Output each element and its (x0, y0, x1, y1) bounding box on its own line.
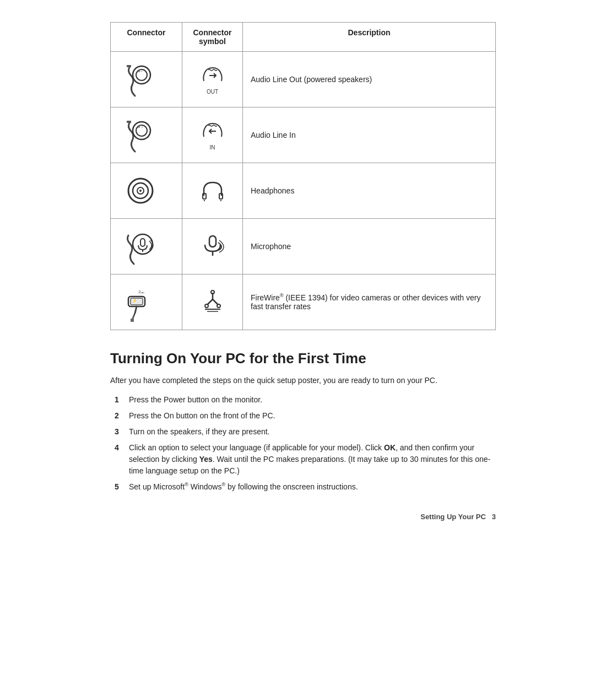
svg-point-34 (205, 304, 208, 308)
step-text-4: Click an option to select your language … (129, 442, 496, 477)
list-item: 5 Set up Microsoft® Windows® by followin… (115, 481, 496, 493)
connector-cell-headphones (111, 163, 182, 219)
footer-text: Setting Up Your PC (420, 513, 486, 521)
list-item: 1 Press the Power button on the monitor. (115, 394, 496, 406)
footer: Setting Up Your PC 3 (110, 513, 496, 521)
section-title: Turning On Your PC for the First Time (110, 350, 496, 367)
microphone-connector-icon (118, 224, 163, 268)
svg-text:≡←: ≡← (138, 69, 144, 73)
step-num-1: 1 (115, 394, 126, 406)
svg-line-32 (213, 299, 218, 305)
turning-on-section: Turning On Your PC for the First Time Af… (110, 350, 496, 493)
svg-rect-8 (127, 121, 131, 123)
desc-cell-headphones: Headphones (243, 163, 496, 219)
col-header-desc: Description (243, 23, 496, 52)
connector-cell-out: ≡← (111, 52, 182, 107)
section-intro: After you have completed the steps on th… (110, 375, 496, 386)
svg-text:≡→: ≡→ (138, 125, 144, 129)
svg-rect-3 (127, 65, 131, 67)
page-number: 3 (492, 513, 496, 521)
audio-in-connector-icon: ≡→ (118, 113, 163, 157)
step-num-3: 3 (115, 426, 126, 438)
step-num-5: 5 (115, 481, 126, 493)
svg-point-5 (133, 122, 150, 139)
table-row: ≡← (111, 52, 496, 107)
symbol-cell-firewire (182, 274, 243, 330)
table-row: ≡→ IN (111, 107, 496, 163)
step-text-2: Press the On button on the front of the … (129, 410, 496, 422)
audio-out-connector-icon: ≡← (118, 57, 163, 101)
connector-cell-microphone (111, 219, 182, 274)
symbol-cell-microphone (182, 219, 243, 274)
svg-point-33 (211, 290, 214, 294)
svg-point-13 (139, 190, 142, 192)
connector-table: Connector Connector symbol Description (110, 22, 496, 330)
list-item: 2 Press the On button on the front of th… (115, 410, 496, 422)
svg-rect-29 (131, 319, 134, 322)
svg-line-31 (207, 299, 213, 305)
symbol-cell-out: OUT (182, 52, 243, 107)
desc-cell-in: Audio Line In (243, 107, 496, 163)
audio-in-symbol-icon (202, 120, 224, 144)
symbol-cell-in: IN (182, 107, 243, 163)
firewire-connector-icon: ⚡ 2₍ₒ₎ (118, 280, 163, 324)
step-num-2: 2 (115, 410, 126, 422)
page-content: Connector Connector symbol Description (110, 22, 496, 521)
firewire-symbol-icon (202, 289, 224, 314)
svg-line-27 (135, 306, 137, 313)
step-text-1: Press the Power button on the monitor. (129, 394, 496, 406)
desc-cell-out: Audio Line Out (powered speakers) (243, 52, 496, 107)
table-row: Headphones (111, 163, 496, 219)
step-num-4: 4 (115, 442, 126, 454)
col-header-symbol: Connector symbol (182, 23, 243, 52)
table-row: Microphone (111, 219, 496, 274)
in-label: IN (210, 144, 215, 150)
symbol-cell-headphones (182, 163, 243, 219)
step-text-3: Turn on the speakers, if they are presen… (129, 426, 496, 438)
svg-point-35 (217, 304, 220, 308)
svg-text:2₍ₒ₎: 2₍ₒ₎ (138, 289, 144, 294)
desc-cell-firewire: FireWire® (IEEE 1394) for video cameras … (243, 274, 496, 330)
audio-out-symbol-icon (202, 64, 224, 89)
table-row: ⚡ 2₍ₒ₎ (111, 274, 496, 330)
svg-rect-21 (209, 236, 216, 247)
svg-rect-19 (140, 239, 145, 246)
connector-cell-in: ≡→ (111, 107, 182, 163)
step-text-5: Set up Microsoft® Windows® by following … (129, 481, 496, 493)
list-item: 3 Turn on the speakers, if they are pres… (115, 426, 496, 438)
headphone-symbol-icon (201, 179, 225, 201)
desc-cell-microphone: Microphone (243, 219, 496, 274)
svg-text:⚡: ⚡ (132, 298, 137, 303)
headphone-connector-icon (118, 169, 163, 213)
connector-cell-firewire: ⚡ 2₍ₒ₎ (111, 274, 182, 330)
microphone-symbol-icon (201, 234, 225, 258)
steps-list: 1 Press the Power button on the monitor.… (115, 394, 496, 493)
svg-point-0 (133, 66, 150, 84)
list-item: 4 Click an option to select your languag… (115, 442, 496, 477)
col-header-connector: Connector (111, 23, 182, 52)
out-label: OUT (207, 89, 218, 95)
